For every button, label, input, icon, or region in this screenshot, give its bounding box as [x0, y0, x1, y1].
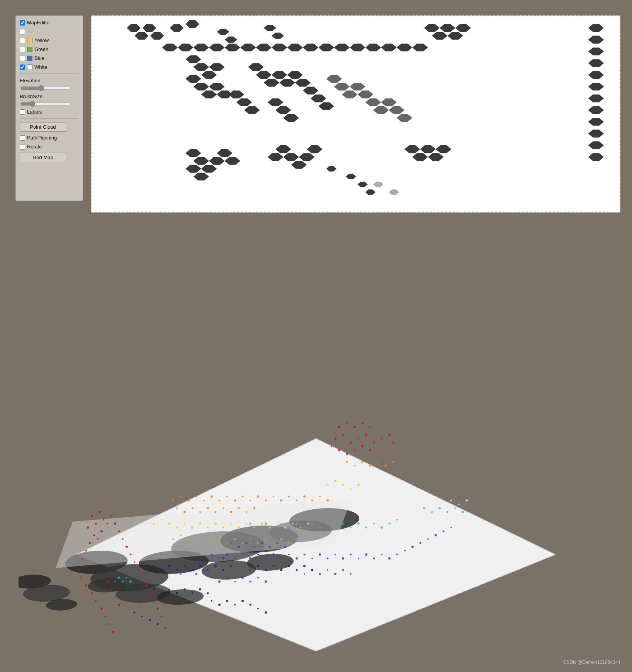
- svg-point-162: [114, 596, 116, 598]
- svg-point-385: [168, 589, 170, 590]
- svg-point-372: [223, 569, 224, 571]
- svg-point-283: [381, 526, 383, 529]
- svg-point-398: [265, 611, 267, 614]
- elevation-slider[interactable]: [20, 85, 71, 91]
- svg-point-349: [226, 577, 228, 578]
- svg-point-146: [91, 592, 93, 594]
- svg-point-252: [195, 542, 197, 544]
- svg-point-170: [381, 438, 382, 439]
- svg-point-264: [288, 542, 290, 544]
- svg-point-225: [168, 522, 170, 525]
- blue-checkbox[interactable]: [20, 56, 25, 61]
- svg-point-350: [234, 581, 236, 582]
- svg-point-222: [392, 461, 394, 463]
- yellow-label: Yellow: [34, 37, 49, 43]
- svg-point-337: [192, 558, 193, 559]
- svg-point-379: [288, 565, 290, 567]
- svg-point-213: [238, 507, 240, 509]
- svg-point-287: [431, 511, 433, 513]
- svg-point-262: [273, 542, 274, 544]
- gridmap-button[interactable]: Grid Map: [20, 153, 66, 162]
- brushsize-slider[interactable]: [20, 101, 71, 107]
- svg-point-178: [369, 449, 371, 451]
- svg-point-151: [112, 631, 114, 633]
- pathplanning-checkbox[interactable]: [20, 135, 25, 141]
- svg-point-377: [273, 565, 274, 567]
- svg-point-323: [411, 546, 414, 548]
- svg-point-227: [184, 523, 185, 524]
- rotate-checkbox[interactable]: [20, 144, 25, 150]
- svg-point-161: [110, 588, 112, 590]
- svg-point-325: [427, 538, 429, 540]
- green-row: Green: [20, 46, 79, 53]
- svg-point-194: [250, 500, 251, 501]
- green-checkbox[interactable]: [20, 47, 25, 52]
- svg-point-258: [242, 542, 244, 544]
- svg-point-374: [250, 569, 251, 571]
- elevation-slider-container: [20, 85, 79, 91]
- svg-point-246: [342, 484, 344, 486]
- svg-point-130: [100, 530, 103, 532]
- svg-point-315: [350, 553, 352, 555]
- svg-point-343: [180, 573, 182, 575]
- svg-point-366: [176, 569, 178, 571]
- svg-point-351: [241, 577, 244, 579]
- svg-point-383: [153, 588, 155, 590]
- svg-point-289: [447, 511, 449, 513]
- svg-point-307: [288, 554, 290, 555]
- svg-point-342: [172, 569, 174, 571]
- svg-point-221: [384, 464, 387, 467]
- svg-point-333: [261, 542, 263, 544]
- svg-point-389: [199, 588, 201, 590]
- svg-point-230: [207, 527, 209, 528]
- svg-point-368: [191, 569, 194, 571]
- svg-point-250: [180, 534, 182, 536]
- svg-point-272: [296, 522, 298, 524]
- svg-point-359: [327, 569, 328, 571]
- yellow-checkbox[interactable]: [20, 38, 25, 43]
- elevation-label: Elevation: [20, 77, 79, 84]
- svg-point-216: [346, 461, 348, 463]
- svg-point-303: [257, 553, 259, 555]
- svg-point-290: [454, 507, 456, 509]
- svg-point-132: [110, 515, 112, 517]
- svg-point-265: [296, 538, 297, 540]
- svg-point-284: [389, 522, 391, 524]
- svg-point-214: [246, 511, 247, 513]
- svg-point-318: [373, 557, 375, 559]
- svg-point-241: [292, 522, 294, 524]
- svg-point-141: [82, 558, 83, 559]
- red-points-right: [331, 422, 394, 455]
- svg-point-199: [288, 495, 290, 497]
- svg-point-393: [226, 600, 228, 602]
- svg-point-251: [187, 538, 190, 540]
- brushsize-slider-container: [20, 101, 79, 107]
- svg-point-191: [226, 496, 228, 497]
- svg-point-168: [365, 434, 367, 436]
- labels-checkbox[interactable]: [20, 109, 25, 115]
- map-view[interactable]: [91, 15, 620, 213]
- white-checkbox[interactable]: [20, 65, 25, 70]
- svg-point-310: [311, 558, 313, 559]
- svg-point-279: [350, 527, 352, 528]
- svg-point-182: [362, 422, 364, 424]
- svg-point-365: [168, 565, 170, 567]
- separator-checkbox[interactable]: [20, 29, 25, 34]
- svg-point-309: [304, 553, 306, 555]
- svg-point-169: [373, 441, 375, 443]
- svg-point-412: [427, 495, 429, 497]
- svg-point-223: [153, 522, 155, 524]
- svg-point-403: [165, 627, 166, 629]
- svg-point-280: [357, 522, 360, 525]
- svg-point-407: [389, 496, 390, 497]
- white-swatch: [27, 65, 32, 70]
- svg-point-185: [180, 496, 182, 497]
- svg-point-308: [296, 557, 298, 560]
- mapeditor-checkbox[interactable]: [20, 20, 25, 26]
- pointcloud-button[interactable]: Point Cloud: [20, 122, 66, 132]
- svg-point-367: [184, 565, 185, 567]
- svg-point-334: [269, 546, 271, 548]
- svg-point-142: [83, 565, 85, 567]
- svg-point-179: [338, 426, 340, 428]
- svg-point-232: [223, 526, 224, 528]
